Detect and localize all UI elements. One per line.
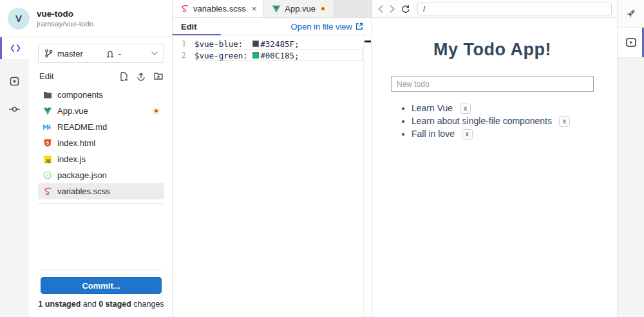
rocket-icon: [626, 8, 636, 19]
file-tree-item[interactable]: 5 index.html: [38, 135, 164, 151]
open-in-file-view-link[interactable]: Open in file view: [291, 22, 363, 32]
live-preview-icon: [626, 38, 636, 47]
merge-request-icon: [106, 50, 115, 58]
editor-panel: variables.scss × App.vue Edit Open in fi…: [173, 0, 372, 317]
remove-todo-button[interactable]: x: [559, 116, 570, 127]
vue-icon: [271, 5, 281, 13]
code-line[interactable]: 1 $vue-blue: #32485F;: [173, 38, 372, 50]
rail-item-review[interactable]: [0, 67, 29, 95]
staged-count: 0 staged: [99, 300, 131, 309]
back-button[interactable]: [376, 4, 385, 14]
live-preview-panel: My Todo App! Learn Vue x Learn about sin…: [372, 0, 617, 317]
file-tree-item[interactable]: n package.json: [38, 167, 164, 183]
merge-request-value: -: [118, 49, 121, 59]
branch-icon: [44, 49, 53, 58]
todo-item: Fall in love x: [412, 129, 594, 140]
forward-button[interactable]: [388, 4, 397, 14]
tree-header: Edit: [38, 71, 164, 81]
rail-item-pipelines[interactable]: [618, 0, 644, 28]
left-panel: V vue-todo jramsay/vue-todo: [0, 0, 173, 317]
commit-area: Commit... 1 unstaged and 0 staged change…: [38, 269, 164, 311]
todo-text: Fall in love: [412, 129, 455, 139]
vue-icon: [43, 107, 52, 115]
project-header: V vue-todo jramsay/vue-todo: [0, 0, 172, 37]
html-icon: 5: [43, 139, 52, 147]
refresh-icon: [401, 5, 410, 14]
todo-text: Learn about single-file components: [412, 116, 552, 126]
svg-text:n: n: [46, 173, 49, 177]
color-swatch: [252, 41, 259, 47]
editor-tab[interactable]: variables.scss ×: [173, 0, 264, 17]
project-name: vue-todo: [37, 9, 93, 19]
file-tree-item[interactable]: variables.scss: [38, 183, 164, 199]
preview-rail: [617, 0, 644, 317]
preview-url-input[interactable]: [417, 3, 612, 15]
npm-icon: n: [43, 171, 52, 179]
markdown-icon: [43, 123, 52, 131]
rail-spacer: [618, 58, 644, 317]
editor-overview-ruler[interactable]: [363, 35, 372, 317]
code-icon: [10, 44, 21, 52]
svg-text:JS: JS: [45, 158, 51, 163]
modified-indicator: [152, 107, 160, 115]
ruler-decoration: [365, 41, 371, 42]
changes-status: 1 unstaged and 0 staged changes: [38, 300, 164, 311]
code-line[interactable]: 2 $vue-green: #00C185;: [173, 50, 372, 61]
editor-tabbar: variables.scss × App.vue: [173, 0, 372, 18]
back-icon: [378, 5, 383, 13]
rail-item-edit[interactable]: [0, 37, 29, 59]
todo-app: My Todo App! Learn Vue x Learn about sin…: [372, 18, 617, 317]
remove-todo-button[interactable]: x: [460, 104, 471, 114]
todo-item: Learn about single-file components x: [412, 116, 594, 127]
branch-dropdown[interactable]: master -: [38, 44, 164, 63]
branch-name: master: [57, 49, 83, 59]
external-link-icon: [355, 23, 363, 30]
new-todo-input[interactable]: [391, 76, 594, 92]
remove-todo-button[interactable]: x: [462, 129, 473, 140]
project-path: jramsay/vue-todo: [37, 19, 93, 28]
folder-icon: [43, 91, 52, 99]
code-editor[interactable]: 1 $vue-blue: #32485F; 2 $vue-green: #00C…: [173, 35, 372, 317]
todo-app-heading: My Todo App!: [391, 40, 594, 60]
refresh-button[interactable]: [399, 3, 412, 15]
upload-file-button[interactable]: [137, 72, 146, 81]
forward-icon: [390, 5, 395, 13]
close-tab-icon[interactable]: ×: [252, 5, 257, 13]
file-tree: components App.vue README.md 5 index.htm…: [38, 87, 164, 204]
file-tree-item[interactable]: App.vue: [38, 103, 164, 119]
todo-list: Learn Vue x Learn about single-file comp…: [391, 103, 594, 140]
new-folder-button[interactable]: [154, 72, 163, 81]
commit-button[interactable]: Commit...: [41, 277, 162, 294]
js-icon: JS: [43, 156, 52, 163]
new-file-button[interactable]: [120, 72, 128, 81]
chevron-down-icon: [151, 51, 158, 55]
todo-item: Learn Vue x: [412, 103, 594, 114]
divider: [39, 269, 163, 270]
tab-edit-mode[interactable]: Edit: [181, 22, 197, 32]
line-number: 2: [173, 51, 194, 60]
file-tree-item[interactable]: JS index.js: [38, 151, 164, 167]
new-file-icon: [120, 72, 128, 81]
upload-file-icon: [137, 72, 146, 81]
review-changes-icon: [10, 77, 19, 86]
todo-text: Learn Vue: [412, 103, 453, 113]
project-avatar: V: [8, 8, 30, 30]
sass-icon: [43, 187, 52, 195]
svg-text:5: 5: [46, 141, 49, 145]
tree-section-label: Edit: [39, 71, 53, 81]
color-swatch: [252, 52, 259, 59]
rail-item-commit[interactable]: [0, 95, 29, 123]
sass-icon: [180, 5, 189, 13]
editor-tab[interactable]: App.vue: [264, 0, 335, 17]
file-tree-item[interactable]: README.md: [38, 119, 164, 135]
new-folder-icon: [154, 72, 163, 80]
line-number: 1: [173, 39, 194, 48]
web-ide: V vue-todo jramsay/vue-todo: [0, 0, 644, 317]
unstaged-count: 1 unstaged: [38, 300, 80, 309]
rail-item-live-preview[interactable]: [618, 28, 644, 58]
file-tree-item[interactable]: components: [38, 87, 164, 103]
preview-toolbar: [372, 0, 617, 18]
commit-icon: [9, 105, 20, 113]
activity-rail: [0, 37, 29, 317]
editor-mode-row: Edit Open in file view: [173, 18, 372, 35]
